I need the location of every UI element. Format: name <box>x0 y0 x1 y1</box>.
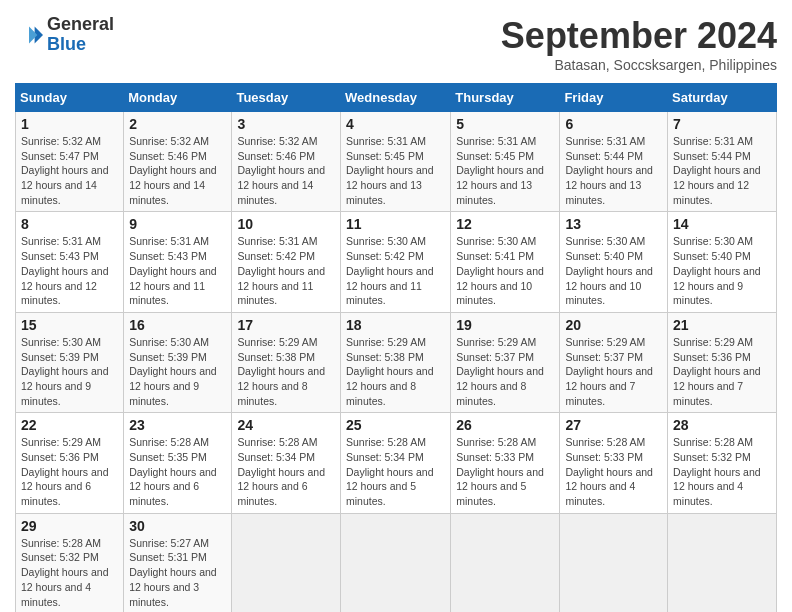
day-info: Sunrise: 5:28 AM Sunset: 5:34 PM Dayligh… <box>237 435 335 508</box>
calendar-cell: 5 Sunrise: 5:31 AM Sunset: 5:45 PM Dayli… <box>451 112 560 212</box>
day-number: 9 <box>129 216 226 232</box>
calendar-cell: 7 Sunrise: 5:31 AM Sunset: 5:44 PM Dayli… <box>668 112 777 212</box>
calendar-cell: 8 Sunrise: 5:31 AM Sunset: 5:43 PM Dayli… <box>16 212 124 312</box>
day-number: 28 <box>673 417 771 433</box>
calendar-cell: 25 Sunrise: 5:28 AM Sunset: 5:34 PM Dayl… <box>341 413 451 513</box>
logo: General Blue <box>15 15 114 55</box>
day-info: Sunrise: 5:29 AM Sunset: 5:37 PM Dayligh… <box>456 335 554 408</box>
day-number: 29 <box>21 518 118 534</box>
calendar-cell: 2 Sunrise: 5:32 AM Sunset: 5:46 PM Dayli… <box>124 112 232 212</box>
month-year: September 2024 <box>501 15 777 57</box>
day-info: Sunrise: 5:31 AM Sunset: 5:45 PM Dayligh… <box>346 134 445 207</box>
calendar-cell: 26 Sunrise: 5:28 AM Sunset: 5:33 PM Dayl… <box>451 413 560 513</box>
calendar-cell: 22 Sunrise: 5:29 AM Sunset: 5:36 PM Dayl… <box>16 413 124 513</box>
day-info: Sunrise: 5:29 AM Sunset: 5:36 PM Dayligh… <box>673 335 771 408</box>
day-info: Sunrise: 5:29 AM Sunset: 5:38 PM Dayligh… <box>346 335 445 408</box>
calendar-cell: 21 Sunrise: 5:29 AM Sunset: 5:36 PM Dayl… <box>668 312 777 412</box>
calendar-cell: 27 Sunrise: 5:28 AM Sunset: 5:33 PM Dayl… <box>560 413 668 513</box>
calendar-cell: 19 Sunrise: 5:29 AM Sunset: 5:37 PM Dayl… <box>451 312 560 412</box>
day-info: Sunrise: 5:31 AM Sunset: 5:44 PM Dayligh… <box>673 134 771 207</box>
logo-line2: Blue <box>47 35 114 55</box>
calendar-cell: 30 Sunrise: 5:27 AM Sunset: 5:31 PM Dayl… <box>124 513 232 612</box>
calendar-cell: 28 Sunrise: 5:28 AM Sunset: 5:32 PM Dayl… <box>668 413 777 513</box>
calendar-cell <box>668 513 777 612</box>
day-number: 14 <box>673 216 771 232</box>
day-number: 11 <box>346 216 445 232</box>
day-number: 7 <box>673 116 771 132</box>
day-info: Sunrise: 5:28 AM Sunset: 5:32 PM Dayligh… <box>673 435 771 508</box>
calendar-cell <box>232 513 341 612</box>
col-header-saturday: Saturday <box>668 84 777 112</box>
day-number: 23 <box>129 417 226 433</box>
day-number: 5 <box>456 116 554 132</box>
day-info: Sunrise: 5:29 AM Sunset: 5:36 PM Dayligh… <box>21 435 118 508</box>
calendar-cell: 4 Sunrise: 5:31 AM Sunset: 5:45 PM Dayli… <box>341 112 451 212</box>
day-number: 10 <box>237 216 335 232</box>
day-number: 27 <box>565 417 662 433</box>
day-info: Sunrise: 5:30 AM Sunset: 5:40 PM Dayligh… <box>565 234 662 307</box>
week-row-4: 22 Sunrise: 5:29 AM Sunset: 5:36 PM Dayl… <box>16 413 777 513</box>
calendar-cell <box>341 513 451 612</box>
day-number: 25 <box>346 417 445 433</box>
day-info: Sunrise: 5:28 AM Sunset: 5:32 PM Dayligh… <box>21 536 118 609</box>
day-info: Sunrise: 5:28 AM Sunset: 5:33 PM Dayligh… <box>565 435 662 508</box>
col-header-monday: Monday <box>124 84 232 112</box>
day-number: 15 <box>21 317 118 333</box>
week-row-2: 8 Sunrise: 5:31 AM Sunset: 5:43 PM Dayli… <box>16 212 777 312</box>
calendar-table: SundayMondayTuesdayWednesdayThursdayFrid… <box>15 83 777 612</box>
day-number: 12 <box>456 216 554 232</box>
calendar-cell: 14 Sunrise: 5:30 AM Sunset: 5:40 PM Dayl… <box>668 212 777 312</box>
day-info: Sunrise: 5:28 AM Sunset: 5:35 PM Dayligh… <box>129 435 226 508</box>
day-info: Sunrise: 5:31 AM Sunset: 5:44 PM Dayligh… <box>565 134 662 207</box>
day-number: 3 <box>237 116 335 132</box>
calendar-cell: 6 Sunrise: 5:31 AM Sunset: 5:44 PM Dayli… <box>560 112 668 212</box>
col-header-sunday: Sunday <box>16 84 124 112</box>
page-header: General Blue September 2024 Batasan, Soc… <box>15 15 777 73</box>
day-number: 17 <box>237 317 335 333</box>
calendar-cell: 18 Sunrise: 5:29 AM Sunset: 5:38 PM Dayl… <box>341 312 451 412</box>
calendar-cell: 10 Sunrise: 5:31 AM Sunset: 5:42 PM Dayl… <box>232 212 341 312</box>
day-number: 8 <box>21 216 118 232</box>
calendar-cell: 3 Sunrise: 5:32 AM Sunset: 5:46 PM Dayli… <box>232 112 341 212</box>
calendar-cell: 20 Sunrise: 5:29 AM Sunset: 5:37 PM Dayl… <box>560 312 668 412</box>
day-info: Sunrise: 5:31 AM Sunset: 5:42 PM Dayligh… <box>237 234 335 307</box>
day-number: 24 <box>237 417 335 433</box>
col-header-thursday: Thursday <box>451 84 560 112</box>
calendar-cell: 23 Sunrise: 5:28 AM Sunset: 5:35 PM Dayl… <box>124 413 232 513</box>
day-info: Sunrise: 5:30 AM Sunset: 5:40 PM Dayligh… <box>673 234 771 307</box>
logo-icon <box>15 21 43 49</box>
day-number: 2 <box>129 116 226 132</box>
col-header-friday: Friday <box>560 84 668 112</box>
day-number: 22 <box>21 417 118 433</box>
day-number: 21 <box>673 317 771 333</box>
calendar-cell <box>560 513 668 612</box>
col-header-wednesday: Wednesday <box>341 84 451 112</box>
day-info: Sunrise: 5:31 AM Sunset: 5:43 PM Dayligh… <box>21 234 118 307</box>
day-number: 18 <box>346 317 445 333</box>
day-number: 19 <box>456 317 554 333</box>
calendar-cell: 9 Sunrise: 5:31 AM Sunset: 5:43 PM Dayli… <box>124 212 232 312</box>
day-info: Sunrise: 5:27 AM Sunset: 5:31 PM Dayligh… <box>129 536 226 609</box>
day-info: Sunrise: 5:30 AM Sunset: 5:41 PM Dayligh… <box>456 234 554 307</box>
day-number: 16 <box>129 317 226 333</box>
day-number: 26 <box>456 417 554 433</box>
calendar-cell: 16 Sunrise: 5:30 AM Sunset: 5:39 PM Dayl… <box>124 312 232 412</box>
day-number: 13 <box>565 216 662 232</box>
day-info: Sunrise: 5:30 AM Sunset: 5:42 PM Dayligh… <box>346 234 445 307</box>
calendar-cell: 12 Sunrise: 5:30 AM Sunset: 5:41 PM Dayl… <box>451 212 560 312</box>
day-info: Sunrise: 5:32 AM Sunset: 5:46 PM Dayligh… <box>237 134 335 207</box>
day-number: 20 <box>565 317 662 333</box>
day-info: Sunrise: 5:30 AM Sunset: 5:39 PM Dayligh… <box>129 335 226 408</box>
calendar-header-row: SundayMondayTuesdayWednesdayThursdayFrid… <box>16 84 777 112</box>
day-info: Sunrise: 5:28 AM Sunset: 5:33 PM Dayligh… <box>456 435 554 508</box>
day-info: Sunrise: 5:29 AM Sunset: 5:38 PM Dayligh… <box>237 335 335 408</box>
location: Batasan, Soccsksargen, Philippines <box>501 57 777 73</box>
day-number: 30 <box>129 518 226 534</box>
calendar-cell: 1 Sunrise: 5:32 AM Sunset: 5:47 PM Dayli… <box>16 112 124 212</box>
title-section: September 2024 Batasan, Soccsksargen, Ph… <box>501 15 777 73</box>
calendar-cell <box>451 513 560 612</box>
day-info: Sunrise: 5:31 AM Sunset: 5:45 PM Dayligh… <box>456 134 554 207</box>
day-info: Sunrise: 5:31 AM Sunset: 5:43 PM Dayligh… <box>129 234 226 307</box>
calendar-cell: 15 Sunrise: 5:30 AM Sunset: 5:39 PM Dayl… <box>16 312 124 412</box>
day-number: 4 <box>346 116 445 132</box>
